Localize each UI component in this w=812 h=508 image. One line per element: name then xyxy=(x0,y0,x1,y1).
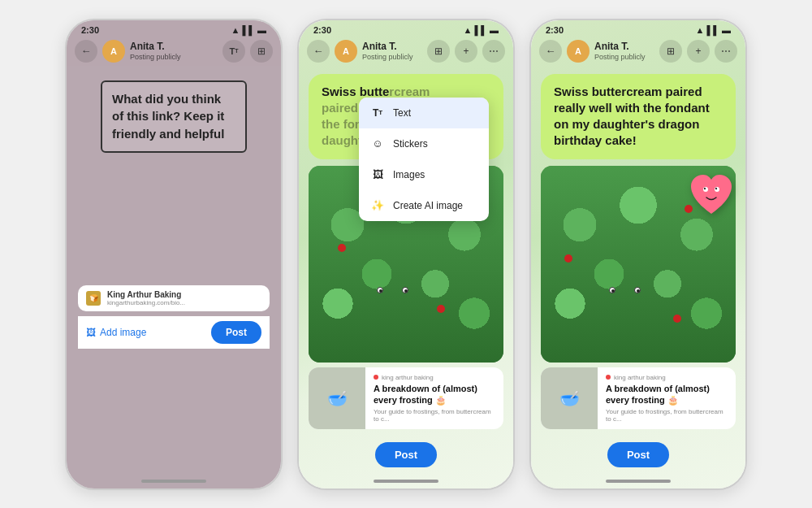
battery-icon: ▬ xyxy=(257,25,266,35)
link-card-title-2: A breakdown of (almost) every frosting 🎂 xyxy=(374,383,495,406)
home-bar-3 xyxy=(606,480,671,483)
source-dot-2 xyxy=(374,375,378,380)
status-bar-2: 2:30 ▲ ▌▌ ▬ xyxy=(299,20,513,37)
story-text-3: Swiss buttercream paired really well wit… xyxy=(541,74,736,159)
post-button-2[interactable]: Post xyxy=(375,442,437,467)
story-text-label-2: Swiss butte xyxy=(322,85,389,98)
status-bar-1: 2:30 ▲ ▌▌ ▬ xyxy=(67,20,281,37)
status-time-1: 2:30 xyxy=(81,25,99,35)
menu-item-ai-label: Create AI image xyxy=(393,200,463,211)
nav-bar-2: ← A Anita T. Posting publicly ⊞ + ⋯ xyxy=(299,37,513,66)
layout-icon-3[interactable]: ⊞ xyxy=(659,40,682,63)
phone1-content: What did you think of this link? Keep it… xyxy=(67,66,281,355)
link-card-source-3: king arthur baking xyxy=(606,374,728,381)
bottom-toolbar-1: 🖼 Add image Post xyxy=(78,316,270,349)
avatar-2: A xyxy=(335,40,357,63)
link-card-3: 🥣 king arthur baking A breakdown of (alm… xyxy=(541,367,736,429)
avatar-1: A xyxy=(102,40,125,63)
svg-point-5 xyxy=(717,187,719,189)
link-favicon: 🍞 xyxy=(86,291,101,306)
avatar-3: A xyxy=(567,40,590,63)
red-flower-2 xyxy=(338,244,346,252)
link-card-desc-2: Your guide to frostings, from buttercrea… xyxy=(374,408,495,423)
stickers-menu-icon: ☺ xyxy=(370,137,385,151)
status-time-3: 2:30 xyxy=(546,25,564,35)
home-bar-1 xyxy=(141,480,206,483)
nav-actions-2: ⊞ + ⋯ xyxy=(427,40,505,63)
wifi-icon-2: ▲ xyxy=(464,25,473,35)
add-image-button[interactable]: 🖼 Add image xyxy=(86,327,205,338)
nav-usersub-1: Posting publicly xyxy=(130,53,218,61)
red-flower-5 xyxy=(564,254,572,263)
post-button-3[interactable]: Post xyxy=(607,442,669,467)
battery-icon-2: ▬ xyxy=(490,25,499,35)
phone-3: 2:30 ▲ ▌▌ ▬ ← A Anita T. Posting publicl… xyxy=(529,19,747,490)
home-indicator-1 xyxy=(67,474,281,488)
nav-username-1: Anita T. xyxy=(130,41,218,52)
home-indicator-2 xyxy=(299,474,513,488)
link-preview: 🍞 King Arthur Baking kingarthurbaking.co… xyxy=(78,285,270,311)
status-bar-3: 2:30 ▲ ▌▌ ▬ xyxy=(531,20,745,37)
svg-point-4 xyxy=(706,187,707,189)
menu-item-ai[interactable]: ✨ Create AI image xyxy=(359,190,489,221)
images-menu-icon: 🖼 xyxy=(370,167,385,182)
nav-user-2: Anita T. Posting publicly xyxy=(362,41,422,60)
phone-2: 2:30 ▲ ▌▌ ▬ ← A Anita T. Posting publicl… xyxy=(297,19,515,490)
menu-item-text-label: Text xyxy=(393,107,411,119)
layout-icon-2[interactable]: ⊞ xyxy=(427,40,450,63)
link-url: kingarthurbaking.com/bio... xyxy=(107,299,261,306)
status-icons-2: ▲ ▌▌ ▬ xyxy=(464,25,499,35)
add-image-icon: 🖼 xyxy=(86,327,96,338)
add-icon-3[interactable]: + xyxy=(687,40,710,63)
signal-icon-2: ▌▌ xyxy=(474,25,487,35)
wifi-icon-3: ▲ xyxy=(696,25,705,35)
story-text-label-3: Swiss buttercream paired really well wit… xyxy=(554,85,710,148)
nav-username-3: Anita T. xyxy=(594,41,654,52)
dropdown-menu: TT Text ☺ Stickers 🖼 Images ✨ Create AI … xyxy=(359,98,489,221)
link-text: King Arthur Baking kingarthurbaking.com/… xyxy=(107,290,261,306)
signal-icon: ▌▌ xyxy=(242,25,255,35)
red-flower-3 xyxy=(437,305,445,313)
heart-svg xyxy=(687,172,736,219)
menu-item-images[interactable]: 🖼 Images xyxy=(359,159,489,190)
link-title: King Arthur Baking xyxy=(107,290,261,299)
signal-icon-3: ▌▌ xyxy=(706,25,719,35)
text-menu-icon: TT xyxy=(370,106,385,120)
text-format-icon[interactable]: TT xyxy=(222,40,245,63)
post-button-1[interactable]: Post xyxy=(211,321,261,344)
back-button-1[interactable]: ← xyxy=(75,40,97,63)
menu-item-text[interactable]: TT Text xyxy=(359,98,489,128)
menu-item-stickers-label: Stickers xyxy=(393,138,428,150)
more-icon-2[interactable]: ⋯ xyxy=(482,40,505,63)
text-editor-box[interactable]: What did you think of this link? Keep it… xyxy=(101,80,247,153)
post-btn-bar-3: Post xyxy=(531,436,745,474)
more-icon-3[interactable]: ⋯ xyxy=(715,40,737,63)
phone-1: 2:30 ▲ ▌▌ ▬ ← A Anita T. Posting publicl… xyxy=(65,19,283,490)
status-time-2: 2:30 xyxy=(313,25,331,35)
nav-user-1: Anita T. Posting publicly xyxy=(130,41,218,60)
link-card-2: 🥣 king arthur baking A breakdown of (alm… xyxy=(309,367,503,429)
battery-icon-3: ▬ xyxy=(722,25,731,35)
back-button-2[interactable]: ← xyxy=(307,40,330,63)
add-icon-2[interactable]: + xyxy=(455,40,477,63)
nav-usersub-3: Posting publicly xyxy=(594,53,654,61)
nav-bar-1: ← A Anita T. Posting publicly TT ⊞ xyxy=(67,37,281,66)
layout-icon[interactable]: ⊞ xyxy=(250,40,273,63)
heart-sticker[interactable] xyxy=(687,172,736,228)
back-button-3[interactable]: ← xyxy=(539,40,562,63)
nav-username-2: Anita T. xyxy=(362,41,422,52)
link-card-body-3: king arthur baking A breakdown of (almos… xyxy=(598,367,736,429)
link-card-img-3: 🥣 xyxy=(541,367,598,429)
cake-eye-right-3 xyxy=(634,287,641,293)
link-card-img-2: 🥣 xyxy=(309,367,365,429)
menu-item-stickers[interactable]: ☺ Stickers xyxy=(359,128,489,159)
nav-actions-3: ⊞ + ⋯ xyxy=(659,40,737,63)
link-card-desc-3: Your guide to frostings, from buttercrea… xyxy=(606,408,728,423)
cake-eye-left-3 xyxy=(609,287,615,293)
red-flower-6 xyxy=(673,315,681,323)
link-card-title-3: A breakdown of (almost) every frosting 🎂 xyxy=(606,383,728,406)
cake-eye-left-2 xyxy=(377,287,383,293)
link-card-body-2: king arthur baking A breakdown of (almos… xyxy=(365,367,503,429)
home-indicator-3 xyxy=(531,474,745,488)
link-card-source-2: king arthur baking xyxy=(374,374,495,381)
